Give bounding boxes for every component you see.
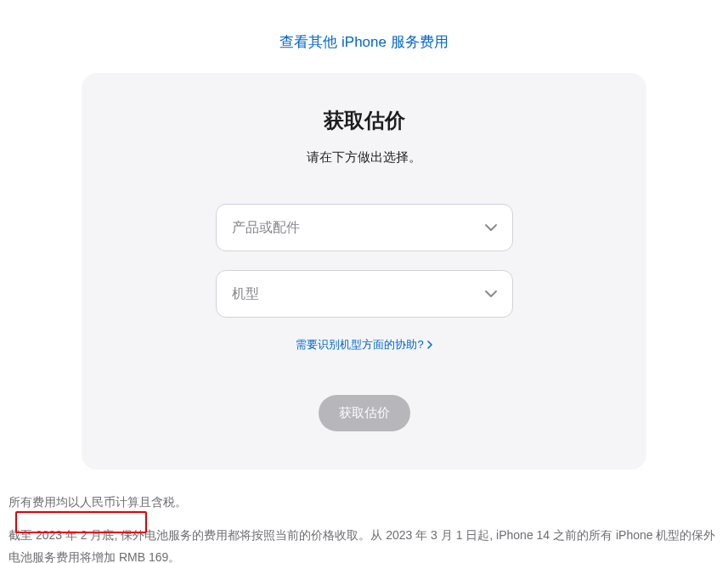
model-select[interactable]: 机型 — [216, 270, 513, 318]
product-select[interactable]: 产品或配件 — [216, 204, 513, 251]
card-title: 获取估价 — [124, 107, 604, 134]
identify-model-help-link[interactable]: 需要识别机型方面的协助? — [296, 337, 432, 352]
view-other-services-link[interactable]: 查看其他 iPhone 服务费用 — [279, 34, 448, 50]
model-select-wrapper: 机型 — [216, 270, 513, 318]
footer-disclaimer: 所有费用均以人民币计算且含税。 截至 2023 年 2 月底, 保外电池服务的费… — [0, 470, 728, 563]
product-select-wrapper: 产品或配件 — [216, 204, 513, 251]
submit-container: 获取估价 — [124, 395, 604, 431]
card-subtitle: 请在下方做出选择。 — [124, 149, 604, 166]
chevron-down-icon — [485, 224, 497, 231]
model-select-placeholder: 机型 — [232, 285, 259, 303]
chevron-down-icon — [485, 290, 497, 297]
help-link-label: 需要识别机型方面的协助? — [296, 337, 423, 352]
footer-line-1: 所有费用均以人民币计算且含税。 — [8, 491, 720, 514]
estimate-card: 获取估价 请在下方做出选择。 产品或配件 机型 需要识别机型方面的协助? 获取估… — [82, 73, 646, 470]
top-link-container: 查看其他 iPhone 服务费用 — [0, 0, 728, 73]
get-estimate-button[interactable]: 获取估价 — [319, 395, 410, 431]
footer-line-2: 截至 2023 年 2 月底, 保外电池服务的费用都将按照当前的价格收取。从 2… — [8, 524, 720, 563]
chevron-right-icon — [427, 341, 432, 349]
product-select-placeholder: 产品或配件 — [232, 219, 300, 237]
